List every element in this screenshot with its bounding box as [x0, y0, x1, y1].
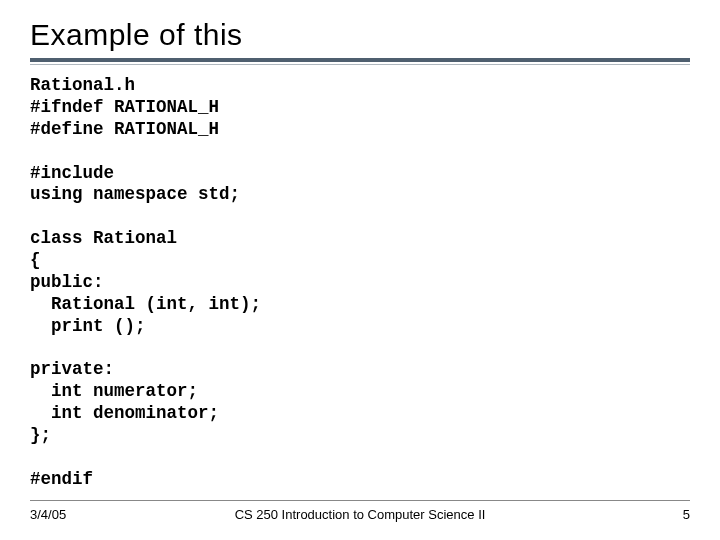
footer-page: 5 [683, 507, 690, 522]
slide-title: Example of this [30, 18, 690, 52]
footer-rule [30, 500, 690, 501]
slide: Example of this Rational.h #ifndef RATIO… [0, 0, 720, 540]
code-block: Rational.h #ifndef RATIONAL_H #define RA… [30, 75, 690, 491]
title-rule-thin [30, 64, 690, 65]
footer: 3/4/05 CS 250 Introduction to Computer S… [0, 500, 720, 522]
title-rule-thick [30, 58, 690, 62]
footer-course: CS 250 Introduction to Computer Science … [235, 507, 486, 522]
footer-date: 3/4/05 [30, 507, 66, 522]
footer-row: 3/4/05 CS 250 Introduction to Computer S… [30, 507, 690, 522]
